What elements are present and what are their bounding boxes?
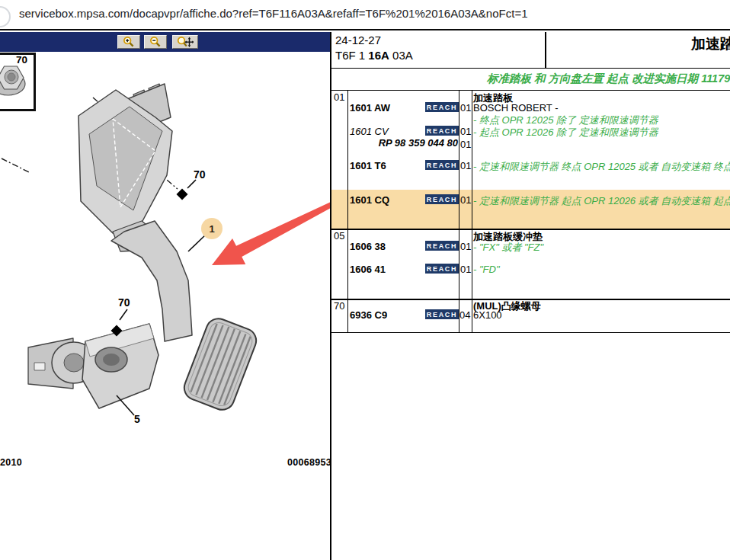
zoom-out-icon	[149, 36, 162, 48]
pedal-arm-illustration	[111, 221, 260, 413]
group-number: 01	[334, 91, 344, 103]
zoom-pan-icon	[177, 36, 194, 48]
applicability-band: 标准踏板 和 方向盘左置 起点 改进实施日期 11179UW	[331, 68, 730, 91]
part-ref[interactable]: 1601 T6	[350, 160, 386, 171]
parts-table: 01 加速踏板 1601 AW REACH 01 BOSCH ROBERT - …	[331, 90, 730, 333]
page-title: 加速踏板	[691, 34, 730, 54]
part-ref[interactable]: 1601 CQ	[350, 194, 389, 206]
reach-badge[interactable]: REACH	[425, 309, 459, 319]
content-area: 70	[0, 29, 730, 560]
diagram-number: 00068953	[287, 457, 331, 468]
group-number: 05	[334, 230, 344, 242]
part-qty: 01	[460, 102, 471, 114]
site-info-icon[interactable]	[0, 6, 11, 27]
part-desc: - 起点 OPR 12026 除了 定速和限速调节器	[473, 126, 658, 139]
pedal-bumper-illustration	[28, 324, 158, 408]
url-text[interactable]: servicebox.mpsa.com/docapvpr/affiche.do?…	[19, 7, 527, 20]
doc-ref-bold: 16A	[368, 49, 389, 62]
part-desc: - 定速和限速调节器 起点 OPR 12026 或者 自动变速箱 起点 OPR …	[473, 194, 730, 208]
part-ref[interactable]: 1606 41	[350, 264, 386, 275]
part-ref[interactable]: RP 98 359 044 80	[350, 137, 458, 149]
zoom-in-icon	[123, 36, 135, 48]
part-desc: 6X100	[473, 309, 502, 321]
reach-badge[interactable]: REACH	[425, 102, 459, 112]
selection-arrow	[212, 203, 330, 266]
reach-badge[interactable]: REACH	[425, 264, 459, 274]
part-ref[interactable]: 6936 C9	[350, 309, 387, 321]
part-qty: 01	[460, 160, 471, 171]
parts-panel: 24-12-27 T6F 1 16A 03A 加速踏板 标准踏板 和 方向盘左置…	[330, 32, 730, 560]
group-number: 70	[334, 300, 344, 312]
zoom-out-button[interactable]	[144, 35, 167, 49]
col-divider	[472, 90, 472, 332]
doc-ref-prefix: T6F 1	[335, 49, 368, 62]
zoom-pan-button[interactable]	[172, 35, 198, 49]
callout-5[interactable]: 5	[134, 413, 140, 425]
part-qty: 01	[460, 126, 471, 137]
applicability-text: 标准踏板 和 方向盘左置 起点 改进实施日期 11179UW	[487, 72, 730, 86]
reach-badge[interactable]: REACH	[425, 241, 459, 251]
part-ref[interactable]: 1601 CV	[350, 126, 389, 137]
inset-callout-70[interactable]: 70	[16, 54, 27, 66]
doc-date: 24-12-27	[335, 34, 381, 46]
diamond-marker	[111, 189, 188, 337]
part-desc: - "FD"	[473, 264, 500, 275]
part-ref[interactable]: 1601 AW	[350, 102, 390, 114]
header-divider	[545, 32, 546, 68]
doc-ref-suffix: 03A	[389, 49, 413, 62]
reach-badge[interactable]: REACH	[425, 160, 459, 170]
part-qty: 01	[460, 264, 471, 275]
diagram-year: 2010	[0, 457, 22, 468]
panel-header: 24-12-27 T6F 1 16A 03A 加速踏板	[331, 32, 730, 69]
callout-70-top[interactable]: 70	[194, 168, 206, 181]
pedal-diagram	[0, 52, 331, 560]
reach-badge[interactable]: REACH	[425, 126, 459, 136]
part-qty: 01	[460, 241, 471, 252]
reach-badge[interactable]: REACH	[425, 194, 459, 204]
doc-reference: T6F 1 16A 03A	[335, 49, 413, 62]
part-desc: - 定速和限速调节器 终点 OPR 12025 或者 自动变速箱 终点 OPR …	[473, 160, 730, 174]
pedal-sensor-illustration	[78, 84, 172, 251]
col-divider	[347, 90, 348, 332]
part-qty: 01	[460, 139, 471, 150]
diagram-toolbar	[0, 32, 331, 52]
part-qty: 04	[459, 309, 470, 321]
address-bar[interactable]: servicebox.mpsa.com/docapvpr/affiche.do?…	[0, 0, 730, 29]
part-desc: - "FX" 或者 "FZ"	[473, 241, 543, 254]
servicebox-parts-page: servicebox.mpsa.com/docapvpr/affiche.do?…	[0, 0, 730, 560]
part-desc: BOSCH ROBERT -	[473, 102, 558, 114]
part-ref[interactable]: 1606 38	[350, 241, 386, 252]
callout-1-hotspot[interactable]: 1	[201, 218, 223, 239]
zoom-in-button[interactable]	[117, 35, 140, 49]
leader-lines	[2, 98, 178, 367]
callout-70-bottom[interactable]: 70	[118, 296, 130, 309]
part-qty: 01	[460, 194, 471, 206]
